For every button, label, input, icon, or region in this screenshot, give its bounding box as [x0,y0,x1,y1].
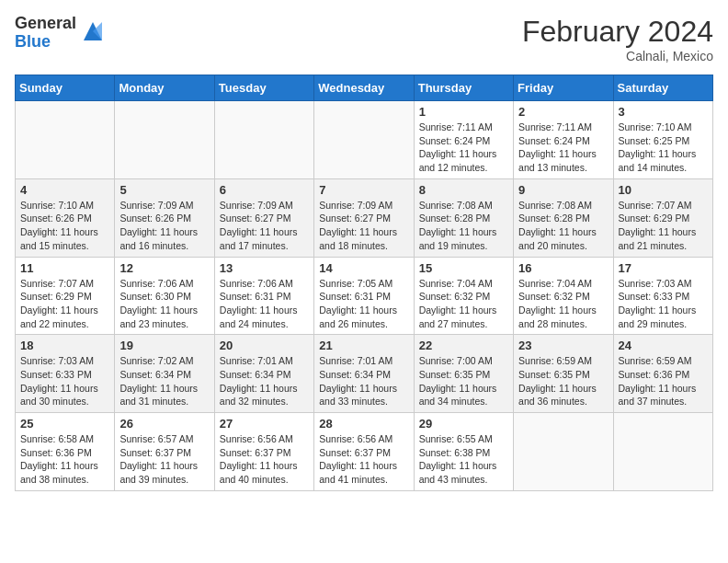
logo: General Blue [15,15,106,52]
calendar-day: 26Sunrise: 6:57 AMSunset: 6:37 PMDayligh… [115,413,214,491]
day-number: 6 [220,183,309,197]
day-info: Sunrise: 7:03 AMSunset: 6:33 PMDaylight:… [20,354,109,408]
calendar-day: 8Sunrise: 7:08 AMSunset: 6:28 PMDaylight… [414,178,513,257]
logo-general-text: General [15,15,76,33]
calendar-header-row: SundayMondayTuesdayWednesdayThursdayFrid… [16,75,713,101]
calendar-day: 3Sunrise: 7:10 AMSunset: 6:25 PMDaylight… [613,101,712,179]
column-header-monday: Monday [115,75,214,101]
calendar-day: 19Sunrise: 7:02 AMSunset: 6:34 PMDayligh… [115,335,214,413]
calendar-day: 23Sunrise: 6:59 AMSunset: 6:35 PMDayligh… [514,335,613,413]
calendar-day: 6Sunrise: 7:09 AMSunset: 6:27 PMDaylight… [214,178,313,257]
calendar-week-2: 4Sunrise: 7:10 AMSunset: 6:26 PMDaylight… [16,178,713,257]
calendar-day: 25Sunrise: 6:58 AMSunset: 6:36 PMDayligh… [16,413,115,491]
day-info: Sunrise: 6:56 AMSunset: 6:37 PMDaylight:… [319,432,408,487]
calendar-day: 20Sunrise: 7:01 AMSunset: 6:34 PMDayligh… [214,335,313,413]
day-number: 18 [20,339,109,352]
day-number: 13 [220,261,309,275]
logo-icon [80,18,106,44]
calendar-day: 7Sunrise: 7:09 AMSunset: 6:27 PMDaylight… [314,178,414,257]
column-header-sunday: Sunday [16,75,115,101]
day-number: 9 [518,183,608,197]
calendar-day [16,101,115,179]
day-info: Sunrise: 6:55 AMSunset: 6:38 PMDaylight:… [419,432,508,487]
day-number: 21 [319,339,408,352]
day-number: 12 [119,261,209,275]
day-info: Sunrise: 7:11 AMSunset: 6:24 PMDaylight:… [419,121,508,175]
day-info: Sunrise: 7:08 AMSunset: 6:28 PMDaylight:… [518,199,608,253]
column-header-thursday: Thursday [414,75,513,101]
day-number: 4 [20,183,109,197]
calendar-day [214,101,313,179]
day-info: Sunrise: 7:07 AMSunset: 6:29 PMDaylight:… [20,277,109,331]
day-info: Sunrise: 7:06 AMSunset: 6:30 PMDaylight:… [119,277,209,331]
day-info: Sunrise: 7:09 AMSunset: 6:27 PMDaylight:… [220,199,309,253]
calendar-day [115,101,214,179]
calendar-day [613,413,712,491]
calendar-day: 16Sunrise: 7:04 AMSunset: 6:32 PMDayligh… [514,257,613,335]
day-number: 19 [119,339,209,352]
day-info: Sunrise: 6:59 AMSunset: 6:35 PMDaylight:… [518,354,608,408]
column-header-wednesday: Wednesday [314,75,414,101]
day-info: Sunrise: 6:58 AMSunset: 6:36 PMDaylight:… [20,432,109,487]
day-number: 8 [419,183,508,197]
day-info: Sunrise: 7:09 AMSunset: 6:26 PMDaylight:… [119,199,209,253]
day-number: 5 [119,183,209,197]
calendar-day: 1Sunrise: 7:11 AMSunset: 6:24 PMDaylight… [414,101,513,179]
month-title: February 2024 [522,15,713,49]
calendar-week-3: 11Sunrise: 7:07 AMSunset: 6:29 PMDayligh… [16,257,713,335]
calendar-day: 2Sunrise: 7:11 AMSunset: 6:24 PMDaylight… [514,101,613,179]
day-info: Sunrise: 6:59 AMSunset: 6:36 PMDaylight:… [619,354,708,408]
day-number: 11 [20,261,109,275]
day-info: Sunrise: 7:06 AMSunset: 6:31 PMDaylight:… [220,277,309,331]
logo-blue-text: Blue [15,33,76,52]
day-info: Sunrise: 7:04 AMSunset: 6:32 PMDaylight:… [518,277,608,331]
day-number: 14 [319,261,408,275]
day-info: Sunrise: 7:00 AMSunset: 6:35 PMDaylight:… [419,354,508,408]
calendar-day: 14Sunrise: 7:05 AMSunset: 6:31 PMDayligh… [314,257,414,335]
day-info: Sunrise: 7:11 AMSunset: 6:24 PMDaylight:… [518,121,608,175]
day-number: 2 [518,105,608,119]
calendar-week-5: 25Sunrise: 6:58 AMSunset: 6:36 PMDayligh… [16,413,713,491]
day-number: 24 [619,339,708,352]
calendar-day: 9Sunrise: 7:08 AMSunset: 6:28 PMDaylight… [514,178,613,257]
location-subtitle: Calnali, Mexico [522,49,713,63]
day-number: 29 [419,417,508,431]
calendar-day: 27Sunrise: 6:56 AMSunset: 6:37 PMDayligh… [214,413,313,491]
calendar-week-1: 1Sunrise: 7:11 AMSunset: 6:24 PMDaylight… [16,101,713,179]
calendar-day: 11Sunrise: 7:07 AMSunset: 6:29 PMDayligh… [16,257,115,335]
day-info: Sunrise: 6:56 AMSunset: 6:37 PMDaylight:… [220,432,309,487]
day-info: Sunrise: 6:57 AMSunset: 6:37 PMDaylight:… [119,432,209,487]
day-info: Sunrise: 7:07 AMSunset: 6:29 PMDaylight:… [619,199,708,253]
day-number: 20 [220,339,309,352]
calendar-day [514,413,613,491]
day-number: 3 [619,105,708,119]
day-info: Sunrise: 7:05 AMSunset: 6:31 PMDaylight:… [319,277,408,331]
calendar-day [314,101,414,179]
title-block: February 2024 Calnali, Mexico [522,15,713,63]
day-info: Sunrise: 7:09 AMSunset: 6:27 PMDaylight:… [319,199,408,253]
calendar-day: 10Sunrise: 7:07 AMSunset: 6:29 PMDayligh… [613,178,712,257]
day-number: 1 [419,105,508,119]
calendar-day: 29Sunrise: 6:55 AMSunset: 6:38 PMDayligh… [414,413,513,491]
day-number: 15 [419,261,508,275]
calendar-day: 5Sunrise: 7:09 AMSunset: 6:26 PMDaylight… [115,178,214,257]
day-number: 28 [319,417,408,431]
day-number: 10 [619,183,708,197]
day-info: Sunrise: 7:10 AMSunset: 6:25 PMDaylight:… [619,121,708,175]
day-info: Sunrise: 7:08 AMSunset: 6:28 PMDaylight:… [419,199,508,253]
column-header-tuesday: Tuesday [214,75,313,101]
page-header: General Blue February 2024 Calnali, Mexi… [15,15,713,63]
calendar-day: 12Sunrise: 7:06 AMSunset: 6:30 PMDayligh… [115,257,214,335]
calendar-day: 17Sunrise: 7:03 AMSunset: 6:33 PMDayligh… [613,257,712,335]
day-number: 23 [518,339,608,352]
calendar-day: 22Sunrise: 7:00 AMSunset: 6:35 PMDayligh… [414,335,513,413]
day-info: Sunrise: 7:03 AMSunset: 6:33 PMDaylight:… [619,277,708,331]
calendar-day: 15Sunrise: 7:04 AMSunset: 6:32 PMDayligh… [414,257,513,335]
column-header-friday: Friday [514,75,613,101]
day-info: Sunrise: 7:01 AMSunset: 6:34 PMDaylight:… [319,354,408,408]
day-number: 26 [119,417,209,431]
calendar-table: SundayMondayTuesdayWednesdayThursdayFrid… [15,75,713,491]
day-number: 27 [220,417,309,431]
calendar-day: 21Sunrise: 7:01 AMSunset: 6:34 PMDayligh… [314,335,414,413]
calendar-day: 13Sunrise: 7:06 AMSunset: 6:31 PMDayligh… [214,257,313,335]
